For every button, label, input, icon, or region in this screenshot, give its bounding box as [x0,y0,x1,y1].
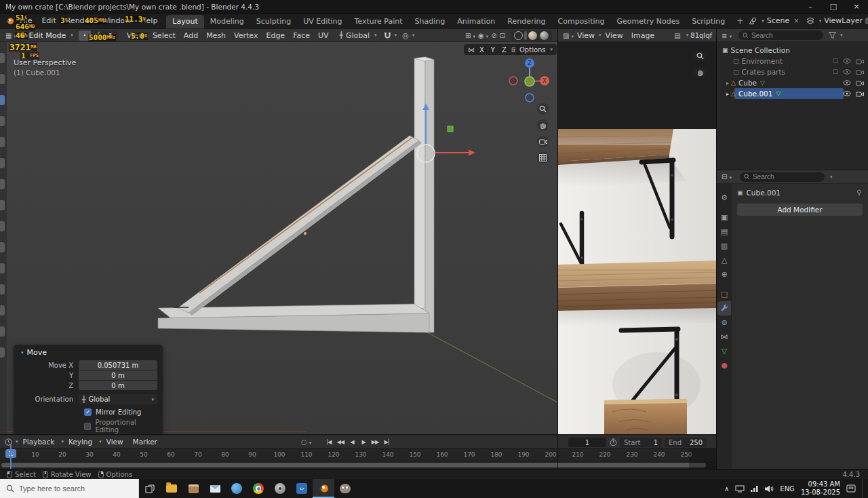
tab-rendering[interactable]: Rendering [501,15,551,28]
image-editor[interactable] [557,42,716,434]
editor-divider[interactable] [716,28,717,469]
outliner-search[interactable] [738,31,823,40]
menu-face[interactable]: Face [289,31,314,40]
proportional-editing-icon[interactable]: ◎ [401,31,410,40]
show-gizmo-icon[interactable]: ⊞▾ [464,32,477,39]
timeline-scrollbar[interactable] [1,463,706,467]
jump-to-end-button[interactable]: ▶| [382,438,391,446]
play-button[interactable]: ▶ [359,438,368,446]
tool-stub[interactable] [0,53,5,63]
move-z-field[interactable]: 0 m [79,381,157,390]
tool-stub[interactable] [0,242,5,252]
taskbar-search[interactable] [0,479,139,498]
hide-eye-icon[interactable] [843,58,851,64]
end-frame-field[interactable]: End 250 [665,438,707,447]
tool-stub[interactable] [0,305,5,315]
outliner[interactable]: ▣ Scene Collection ▢ Enviroment ☐ ▢ Crat… [716,42,868,170]
expand-chevron-icon[interactable]: ▸ [726,80,729,86]
blender-logo-icon[interactable] [5,17,15,25]
menu-select[interactable]: Select [149,31,180,40]
chevron-down-icon[interactable]: ▾ [412,33,415,38]
start-frame-field[interactable]: Start 1 [620,438,662,447]
jump-to-start-button[interactable]: |◀ [324,438,334,446]
gizmo-y-handle[interactable] [448,126,453,132]
disable-render-camera-icon[interactable] [856,58,864,64]
menu-view[interactable]: View [601,31,627,40]
menu-vertex[interactable]: Vertex [230,31,262,40]
snap-magnet-icon[interactable] [382,32,393,39]
language-indicator[interactable]: ENG [780,485,795,493]
pc-display-icon[interactable] [735,485,745,493]
menu-view[interactable]: View [102,438,128,446]
bracket-mesh[interactable] [158,57,434,332]
stopwatch-icon[interactable] [610,438,617,446]
clock[interactable]: 09:43 AM 13-08-2025 [801,480,840,497]
properties-editor[interactable]: ⊟▾ ▾ ⚙ ▣ ▤ ▥ △ ⊕ □ ⊚ ⋈ ▽ ● ▣ Cube.001 Ad… [716,170,868,469]
zoom-icon[interactable] [537,103,549,115]
collapse-chevron-icon[interactable]: ▾ [21,350,24,356]
material-shading-button[interactable] [528,31,537,40]
tool-stub[interactable] [0,74,5,84]
chevron-down-icon[interactable]: ▾ [395,33,397,38]
wireframe-shading-button[interactable] [514,31,523,40]
transform-orientation-dropdown[interactable]: ╋ Global ▾ [340,31,377,40]
editor-type-icon[interactable]: ⊟▾ [720,173,733,180]
xray-toggle-icon[interactable]: ⊘ [490,32,498,39]
hide-eye-icon[interactable] [843,91,851,96]
package-app-icon[interactable] [182,479,204,498]
hide-eye-icon[interactable] [843,80,851,85]
auto-keying-icon[interactable]: ○▾ [301,438,311,446]
tab-material-icon[interactable]: ● [717,358,731,372]
tool-stub[interactable] [0,263,5,273]
chrome-icon[interactable] [248,479,269,498]
outliner-row-cube-001-selected[interactable]: ▸ △ Cube.001 ▽ [717,88,868,99]
tab-output-icon[interactable]: ▤ [717,225,731,239]
zoom-icon[interactable] [694,50,706,62]
mail-icon[interactable] [204,479,226,498]
properties-search[interactable] [740,172,825,182]
tool-stub[interactable] [0,200,5,210]
outliner-row-cube[interactable]: ▸ △ Cube ▽ [717,77,868,88]
blue-square-app-icon[interactable]: ‹› [291,479,313,498]
tab-object-icon[interactable]: □ [717,287,731,301]
tool-stub[interactable] [0,137,5,147]
viewport-3d[interactable]: Z X User Perspective (1) Cube.001 ⋈ X Y … [0,42,557,434]
tool-stub[interactable] [0,347,5,358]
outliner-row-scene-collection[interactable]: ▣ Scene Collection [717,45,868,56]
blender-taskbar-icon[interactable] [313,479,334,498]
timeline-ruler[interactable]: 10 20 30 40 50 60 70 80 90 100 110 120 1… [0,448,716,461]
disable-render-camera-icon[interactable] [856,80,864,86]
tab-object-data-icon[interactable]: ▽ [717,344,731,358]
tab-view-layer-icon[interactable]: ▥ [717,239,731,253]
filter-icon[interactable] [829,32,836,39]
breadcrumb-object-name[interactable]: Cube.001 [747,189,781,197]
rendered-shading-button[interactable] [540,31,549,40]
search-input[interactable] [751,32,819,39]
gray-dial-app-icon[interactable] [269,479,291,498]
exclude-checkbox-icon[interactable]: ☐ [833,69,838,75]
exclude-checkbox-icon[interactable]: ☐ [833,58,838,64]
outliner-row-crates-parts[interactable]: ▢ Crates parts ☐ [717,66,868,77]
viewlayer-selector[interactable]: ▾ ViewLayer [806,16,868,25]
tab-uv-editing[interactable]: UV Editing [297,15,348,28]
tab-animation[interactable]: Animation [451,15,501,28]
disable-render-camera-icon[interactable] [856,91,864,97]
menu-edge[interactable]: Edge [262,31,289,40]
move-operator-panel[interactable]: ▾ Move Move X 0.050731 m Y 0 m Z 0 m Ori… [14,345,163,434]
blue-circle-app-icon[interactable] [226,479,248,498]
move-x-field[interactable]: 0.050731 m [79,360,157,370]
tab-scripting[interactable]: Scripting [686,15,731,28]
chevron-down-icon[interactable]: ▾ [840,33,843,38]
tool-stub[interactable] [0,116,5,126]
editor-type-icon[interactable] [3,438,14,446]
tab-layout[interactable]: Layout [166,15,203,28]
panel-title[interactable]: ▾ Move [19,348,157,357]
tab-geometry-nodes[interactable]: Geometry Nodes [610,15,686,28]
menu-uv[interactable]: UV [314,31,333,40]
move-y-field[interactable]: 0 m [79,370,157,380]
copy-icon[interactable] [865,17,868,24]
image-mode-dropdown[interactable]: View ▾ [577,31,601,40]
search-input[interactable] [753,173,821,180]
camera-view-icon[interactable] [537,136,549,147]
tab-constraints-icon[interactable]: ⋈ [717,330,731,344]
